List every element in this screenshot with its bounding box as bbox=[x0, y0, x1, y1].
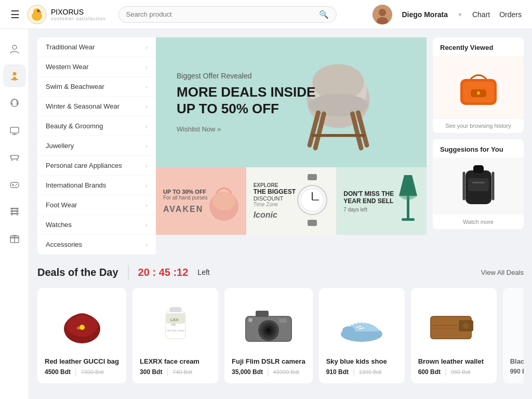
deals-header: Deals of the Day 20 : 45 :12 Left View A… bbox=[37, 265, 524, 280]
handbag-illustration bbox=[453, 63, 504, 110]
svg-point-88 bbox=[342, 326, 355, 335]
deal-new-price: 300 Bdt bbox=[140, 368, 162, 376]
svg-point-27 bbox=[15, 185, 16, 186]
svg-text:GG: GG bbox=[77, 326, 83, 330]
svg-rect-52 bbox=[308, 220, 317, 226]
see-history-link[interactable]: See your browsing history bbox=[433, 118, 524, 133]
left-sidebar bbox=[0, 29, 29, 399]
deal-new-price: 4500 Bdt bbox=[45, 368, 71, 376]
category-accessories[interactable]: Accessories › bbox=[37, 235, 156, 255]
right-panel: Recently Viewed See your browsing histo bbox=[433, 37, 524, 255]
svg-rect-15 bbox=[10, 127, 19, 133]
sidebar-icon-tv[interactable] bbox=[3, 118, 26, 141]
deal-new-price: 990 Bdt bbox=[510, 368, 524, 375]
banner-subtitle: Biggest Offer Revealed bbox=[177, 72, 315, 80]
search-bar: 🔍 bbox=[118, 6, 337, 23]
recently-viewed-image bbox=[433, 56, 524, 118]
logo-icon bbox=[27, 5, 47, 24]
svg-rect-62 bbox=[468, 178, 489, 191]
sub-banner-lamp[interactable]: DON'T MISS THE YEAR END SELL 7 days left bbox=[336, 167, 427, 235]
svg-rect-13 bbox=[11, 102, 12, 105]
category-footwear[interactable]: Foot Wear › bbox=[37, 195, 156, 215]
svg-point-83 bbox=[266, 328, 271, 333]
svg-point-46 bbox=[212, 192, 235, 210]
category-western-wear[interactable]: Western Wear › bbox=[37, 57, 156, 77]
chevron-icon: › bbox=[145, 163, 148, 169]
deal-card-kids-shoe[interactable]: Sky blue kids shoe 910 Bdt | 1390 Bdt bbox=[319, 288, 405, 383]
sub-banner-purses[interactable]: UP TO 30% OFF For all hand purses AVAKEN bbox=[156, 167, 246, 235]
deal-name-black: Black... bbox=[510, 357, 524, 365]
sidebar-icon-user[interactable] bbox=[3, 37, 26, 60]
category-traditional-wear[interactable]: Traditional Wear › bbox=[37, 37, 156, 57]
category-beauty[interactable]: Beauty & Groomng › bbox=[37, 116, 156, 136]
category-label: Traditional Wear bbox=[46, 43, 95, 51]
hamburger-button[interactable]: ☰ bbox=[10, 8, 20, 21]
orders-link[interactable]: Orders bbox=[499, 10, 522, 19]
kids-shoe-image bbox=[333, 300, 390, 347]
deal-name-shoe: Sky blue kids shoe bbox=[326, 357, 397, 365]
category-watches[interactable]: Watches › bbox=[37, 215, 156, 235]
deal-card-black[interactable]: Black... 990 Bdt bbox=[503, 288, 524, 383]
sidebar-icon-furniture[interactable] bbox=[3, 145, 26, 168]
sidebar-icon-gaming[interactable] bbox=[3, 172, 26, 195]
sub-banner-watch[interactable]: EXPLORE THE BIGGEST DISCOUNT Time Zone I… bbox=[246, 167, 337, 235]
category-menu: Traditional Wear › Western Wear › Swim &… bbox=[37, 37, 156, 255]
svg-point-10 bbox=[12, 72, 16, 76]
chart-link[interactable]: Chart bbox=[472, 10, 490, 19]
chevron-icon: › bbox=[145, 123, 148, 129]
search-input[interactable] bbox=[126, 10, 319, 18]
sidebar-icon-shelves[interactable] bbox=[3, 200, 26, 222]
category-label: International Brands bbox=[46, 181, 106, 189]
username-label[interactable]: Diego Morata bbox=[402, 10, 448, 19]
svg-marker-53 bbox=[399, 175, 417, 196]
svg-point-7 bbox=[379, 9, 386, 16]
deal-card-gucci-bag[interactable]: GG Red leather GUCCI bag 4500 Bdt | 7300… bbox=[37, 288, 126, 383]
price-separator: | bbox=[445, 368, 447, 376]
sidebar-icon-person[interactable] bbox=[3, 64, 26, 87]
deals-divider bbox=[128, 265, 129, 280]
logo: PIXORUS customer satisfaction bbox=[27, 5, 106, 24]
search-icon: 🔍 bbox=[319, 10, 329, 19]
deal-img-black bbox=[510, 295, 524, 352]
svg-rect-14 bbox=[17, 102, 18, 105]
category-label: Swim & Beachwear bbox=[46, 83, 104, 90]
view-all-deals-button[interactable]: View All Deals bbox=[481, 269, 524, 276]
category-personal-care[interactable]: Personal care Appliances › bbox=[37, 156, 156, 176]
category-label: Foot Wear bbox=[46, 201, 77, 209]
suggestions-section: Suggesions for You Watch more bbox=[433, 139, 524, 229]
sub-banners: UP TO 30% OFF For all hand purses AVAKEN… bbox=[156, 167, 427, 235]
wallet-image bbox=[425, 300, 482, 347]
chevron-icon: › bbox=[145, 202, 148, 208]
svg-text:the face cream: the face cream bbox=[167, 329, 184, 332]
deal-card-wallet[interactable]: Brown leather wallet 600 Bdt | 980 Bdt bbox=[411, 288, 497, 383]
wishlist-button[interactable]: Wishlist Now » bbox=[177, 125, 315, 133]
svg-rect-47 bbox=[308, 174, 317, 180]
category-label: Watches bbox=[46, 221, 72, 229]
watch-icon bbox=[293, 171, 332, 229]
nav-right: Diego Morata ▼ Chart Orders bbox=[373, 5, 522, 24]
sidebar-icon-support[interactable] bbox=[3, 91, 26, 114]
svg-point-2 bbox=[33, 8, 41, 16]
svg-rect-55 bbox=[402, 218, 415, 221]
price-separator: | bbox=[75, 368, 77, 376]
main-banner: Biggest Offer Revealed MORE DEALS INSIDE… bbox=[156, 37, 427, 167]
svg-rect-11 bbox=[13, 77, 16, 81]
deal-prices-camera: 35,000 Bdt | 43990 Bdt bbox=[232, 368, 305, 376]
sidebar-icon-gift[interactable] bbox=[3, 227, 26, 249]
chevron-icon: › bbox=[145, 44, 148, 50]
svg-point-26 bbox=[16, 184, 17, 185]
deals-timer: 20 : 45 :12 bbox=[138, 267, 189, 278]
category-winter-wear[interactable]: Winter & Seasonal Wear › bbox=[37, 97, 156, 116]
backpack-illustration bbox=[458, 160, 499, 212]
svg-rect-63 bbox=[473, 165, 484, 173]
svg-text:RX: RX bbox=[171, 323, 176, 326]
deal-card-face-cream[interactable]: LEX RX the face cream LEXRX face cream 3… bbox=[132, 288, 218, 383]
watch-more-link[interactable]: Watch more bbox=[433, 215, 524, 229]
category-juwellery[interactable]: Juwellery › bbox=[37, 136, 156, 156]
logo-text: PIXORUS customer satisfaction bbox=[51, 8, 106, 21]
deal-card-camera[interactable]: Fuji Flim DSLR camera 35,000 Bdt | 43990… bbox=[224, 288, 313, 383]
suggestions-title: Suggesions for You bbox=[433, 139, 524, 157]
category-intl-brands[interactable]: International Brands › bbox=[37, 176, 156, 195]
svg-rect-84 bbox=[256, 311, 269, 317]
category-swim-beachwear[interactable]: Swim & Beachwear › bbox=[37, 77, 156, 97]
